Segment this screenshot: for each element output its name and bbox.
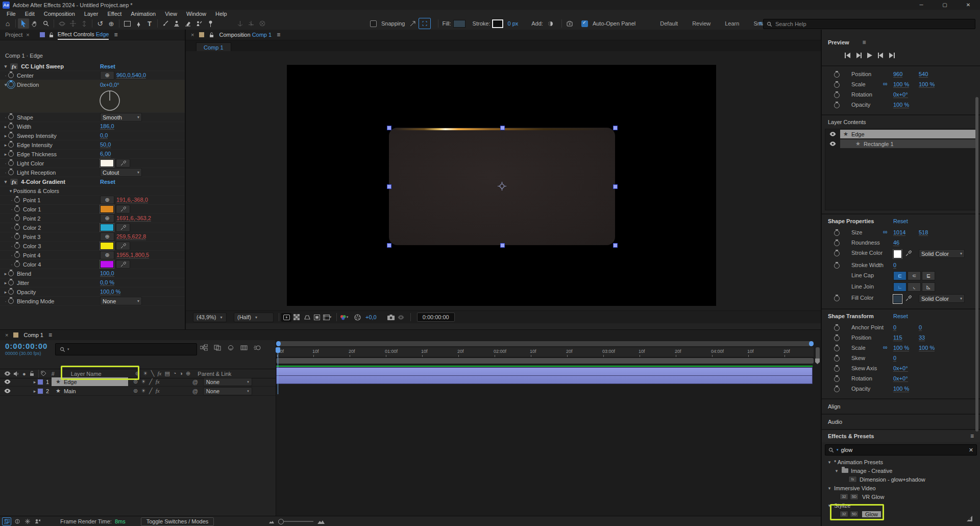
close-icon[interactable]: × xyxy=(5,332,8,338)
preview-section[interactable]: Preview ≡ xyxy=(822,36,980,49)
eyedropper-icon[interactable] xyxy=(116,260,130,269)
layer-name-cell-edge[interactable]: ★ Edge xyxy=(52,377,128,386)
composition-mini-flowchart-icon[interactable] xyxy=(200,344,208,351)
stopwatch-icon[interactable] xyxy=(834,241,840,246)
workspace-item[interactable]: Review xyxy=(692,20,710,27)
point-value[interactable]: 259,5,622,8 xyxy=(116,233,146,240)
workspace-item[interactable]: Default xyxy=(660,20,678,27)
panel-menu-icon[interactable]: ≡ xyxy=(970,433,974,440)
unlock-icon[interactable] xyxy=(209,32,214,38)
stopwatch-icon[interactable] xyxy=(8,73,14,78)
scale-y-value[interactable]: 100 % xyxy=(919,345,935,351)
guides-options-icon[interactable]: ▾ xyxy=(322,313,332,322)
stopwatch-icon[interactable] xyxy=(834,366,840,372)
shy-switch-icon[interactable]: ⊚ xyxy=(135,370,140,377)
tree-item-stylize[interactable]: ▾ Stylize xyxy=(822,501,980,510)
point-value[interactable]: 1955,1,800,5 xyxy=(116,252,149,258)
world-axis-mode-icon[interactable] xyxy=(246,18,257,29)
link-icon[interactable]: ∞ xyxy=(883,229,888,235)
rectangle-tool-icon[interactable] xyxy=(121,18,133,29)
menu-item[interactable]: File xyxy=(2,11,20,17)
collapse-icon[interactable]: ☀ xyxy=(141,378,146,385)
stopwatch-icon[interactable] xyxy=(834,251,840,256)
skew-axis-value[interactable]: 0x+0° xyxy=(893,365,908,372)
stopwatch-icon[interactable] xyxy=(834,296,840,301)
show-snapshot-eye-icon[interactable] xyxy=(396,313,406,322)
selection-handle[interactable] xyxy=(500,243,505,248)
stopwatch-icon[interactable] xyxy=(834,356,840,362)
collapse-switch-icon[interactable]: ☀ xyxy=(143,370,148,377)
layer-bar-main[interactable] xyxy=(276,375,813,384)
panel-menu-icon[interactable]: ≡ xyxy=(277,31,280,38)
stopwatch-icon[interactable] xyxy=(834,230,840,236)
twirl-icon[interactable]: ▸ xyxy=(3,290,8,295)
parent-dropdown[interactable]: None▾ xyxy=(203,378,252,386)
twirl-icon[interactable]: ▸ xyxy=(3,271,8,276)
selection-handle[interactable] xyxy=(387,243,391,248)
selection-handle[interactable] xyxy=(613,243,618,248)
effects-presets-header[interactable]: Effects & Presets ≡ xyxy=(822,430,980,442)
timeline-search-input[interactable]: ▾ xyxy=(55,343,197,355)
effects-icon[interactable]: fx xyxy=(156,378,160,385)
quality-switch-icon[interactable]: ╲ xyxy=(151,370,155,377)
fx-icon[interactable]: fx xyxy=(10,179,18,185)
close-icon[interactable]: × xyxy=(191,32,194,38)
stopwatch-icon[interactable] xyxy=(8,133,14,138)
edge-thickness-value[interactable]: 6,00 xyxy=(100,151,111,157)
roto-brush-tool-icon[interactable] xyxy=(193,18,205,29)
eyedropper-icon[interactable] xyxy=(116,205,130,213)
eye-icon[interactable] xyxy=(829,132,836,136)
layer-contents-edge[interactable]: ★ Edge xyxy=(840,130,976,138)
add-options-icon[interactable] xyxy=(545,18,556,29)
zoom-slider[interactable] xyxy=(278,519,313,524)
maximize-button[interactable]: ▢ xyxy=(933,0,957,10)
align-section[interactable]: Align xyxy=(822,399,980,414)
pick-whip-icon[interactable]: @ xyxy=(192,379,198,385)
lock-column-icon[interactable] xyxy=(30,371,34,376)
width-value[interactable]: 186,0 xyxy=(100,123,114,130)
eye-icon[interactable] xyxy=(829,141,836,146)
stopwatch-icon[interactable] xyxy=(8,289,14,295)
close-button[interactable]: ✕ xyxy=(957,0,980,10)
layer-color-chip[interactable] xyxy=(37,388,43,394)
auto-open-panel-checkbox[interactable] xyxy=(581,20,588,27)
menu-item[interactable]: Animation xyxy=(126,11,160,17)
shy-icon[interactable]: ⊚ xyxy=(133,378,138,385)
stopwatch-icon[interactable] xyxy=(834,103,840,108)
stroke-width-value[interactable]: 0 xyxy=(893,262,896,269)
eye-icon[interactable] xyxy=(4,389,11,393)
stopwatch-icon[interactable] xyxy=(834,346,840,351)
scale-x-value[interactable]: 100 % xyxy=(893,81,909,88)
pan-behind-tool-icon[interactable]: ⊕ xyxy=(106,18,117,29)
video-column-eye-icon[interactable] xyxy=(4,371,11,376)
stopwatch-icon[interactable] xyxy=(8,160,14,166)
composition-frame[interactable] xyxy=(287,65,716,306)
rotation-tool-icon[interactable]: ↺ xyxy=(94,18,106,29)
toggle-switches-modes-button[interactable]: Toggle Switches / Modes xyxy=(141,517,214,526)
anchor-point-icon[interactable] xyxy=(498,182,506,190)
anchor-x-value[interactable]: 0 xyxy=(893,324,896,331)
rotation-value[interactable]: 0x+0° xyxy=(893,91,908,98)
motion-blur-icon[interactable] xyxy=(254,345,261,351)
hand-tool-icon[interactable] xyxy=(29,18,40,29)
eyedropper-icon[interactable] xyxy=(116,159,130,168)
twirl-icon[interactable]: ▸ xyxy=(32,389,37,394)
light-color-swatch[interactable] xyxy=(100,159,114,167)
parent-dropdown[interactable]: None▾ xyxy=(203,387,252,395)
transparency-icon[interactable] xyxy=(23,518,32,525)
pen-tool-icon[interactable] xyxy=(133,18,144,29)
tree-item-dimension-glow-shadow[interactable]: fx Dimension - glow+shadow xyxy=(822,475,980,484)
tab-composition[interactable]: Composition Comp 1 xyxy=(219,32,272,38)
direction-value[interactable]: 0x+0,0° xyxy=(100,82,119,88)
quality-icon[interactable]: ╱ xyxy=(149,388,153,394)
workspace-item[interactable]: Learn xyxy=(725,20,739,27)
effect-header-cc-light-sweep[interactable]: ▾fx CC Light Sweep Reset xyxy=(0,62,185,71)
twirl-icon[interactable]: ▾ xyxy=(3,64,8,69)
gradient-color-swatch[interactable] xyxy=(100,260,114,268)
exposure-icon[interactable] xyxy=(352,313,362,322)
selection-handle[interactable] xyxy=(500,126,505,130)
label-column-icon[interactable] xyxy=(41,371,46,376)
light-reception-dropdown[interactable]: Cutout▾ xyxy=(100,168,142,177)
stopwatch-icon[interactable] xyxy=(8,124,14,129)
adjustment-switch-icon[interactable]: ◑ xyxy=(179,370,183,377)
